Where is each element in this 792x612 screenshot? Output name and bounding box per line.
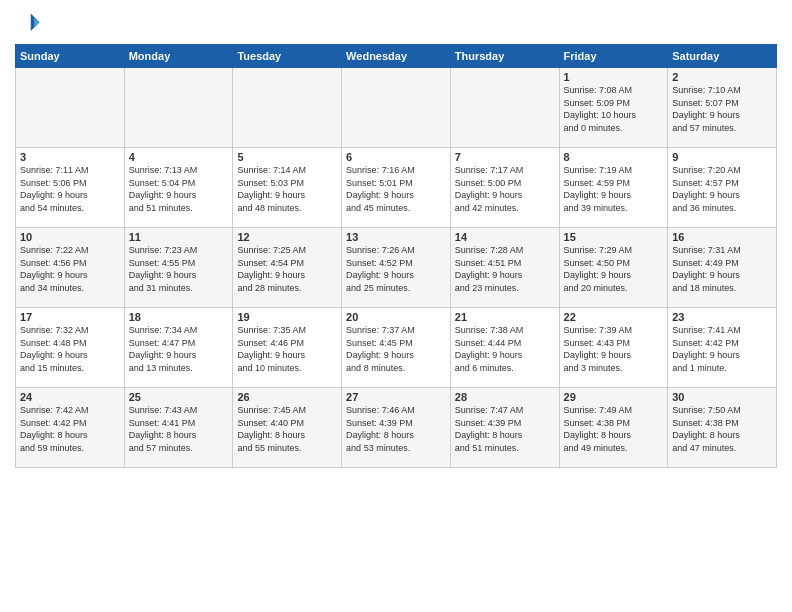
calendar-cell: 11Sunrise: 7:23 AM Sunset: 4:55 PM Dayli… [124,228,233,308]
calendar-cell: 10Sunrise: 7:22 AM Sunset: 4:56 PM Dayli… [16,228,125,308]
day-info: Sunrise: 7:29 AM Sunset: 4:50 PM Dayligh… [564,244,664,294]
day-info: Sunrise: 7:13 AM Sunset: 5:04 PM Dayligh… [129,164,229,214]
day-info: Sunrise: 7:43 AM Sunset: 4:41 PM Dayligh… [129,404,229,454]
calendar-cell: 19Sunrise: 7:35 AM Sunset: 4:46 PM Dayli… [233,308,342,388]
calendar-cell: 3Sunrise: 7:11 AM Sunset: 5:06 PM Daylig… [16,148,125,228]
day-info: Sunrise: 7:49 AM Sunset: 4:38 PM Dayligh… [564,404,664,454]
day-info: Sunrise: 7:08 AM Sunset: 5:09 PM Dayligh… [564,84,664,134]
day-number: 15 [564,231,664,243]
day-number: 4 [129,151,229,163]
week-row-3: 17Sunrise: 7:32 AM Sunset: 4:48 PM Dayli… [16,308,777,388]
day-info: Sunrise: 7:23 AM Sunset: 4:55 PM Dayligh… [129,244,229,294]
day-number: 29 [564,391,664,403]
week-row-4: 24Sunrise: 7:42 AM Sunset: 4:42 PM Dayli… [16,388,777,468]
day-number: 14 [455,231,555,243]
calendar-table: SundayMondayTuesdayWednesdayThursdayFrid… [15,44,777,468]
day-info: Sunrise: 7:31 AM Sunset: 4:49 PM Dayligh… [672,244,772,294]
weekday-header-tuesday: Tuesday [233,45,342,68]
day-number: 3 [20,151,120,163]
calendar-cell: 15Sunrise: 7:29 AM Sunset: 4:50 PM Dayli… [559,228,668,308]
weekday-header-monday: Monday [124,45,233,68]
calendar-cell: 25Sunrise: 7:43 AM Sunset: 4:41 PM Dayli… [124,388,233,468]
day-number: 7 [455,151,555,163]
day-info: Sunrise: 7:39 AM Sunset: 4:43 PM Dayligh… [564,324,664,374]
logo [15,10,47,38]
calendar-cell: 27Sunrise: 7:46 AM Sunset: 4:39 PM Dayli… [342,388,451,468]
calendar-cell [124,68,233,148]
calendar-cell: 14Sunrise: 7:28 AM Sunset: 4:51 PM Dayli… [450,228,559,308]
day-info: Sunrise: 7:37 AM Sunset: 4:45 PM Dayligh… [346,324,446,374]
weekday-header-saturday: Saturday [668,45,777,68]
day-info: Sunrise: 7:35 AM Sunset: 4:46 PM Dayligh… [237,324,337,374]
weekday-header-sunday: Sunday [16,45,125,68]
calendar-cell: 17Sunrise: 7:32 AM Sunset: 4:48 PM Dayli… [16,308,125,388]
day-number: 26 [237,391,337,403]
day-info: Sunrise: 7:22 AM Sunset: 4:56 PM Dayligh… [20,244,120,294]
day-number: 25 [129,391,229,403]
day-number: 17 [20,311,120,323]
day-number: 24 [20,391,120,403]
day-info: Sunrise: 7:47 AM Sunset: 4:39 PM Dayligh… [455,404,555,454]
weekday-header-wednesday: Wednesday [342,45,451,68]
day-info: Sunrise: 7:41 AM Sunset: 4:42 PM Dayligh… [672,324,772,374]
day-number: 18 [129,311,229,323]
day-number: 28 [455,391,555,403]
calendar-cell [342,68,451,148]
calendar-cell: 18Sunrise: 7:34 AM Sunset: 4:47 PM Dayli… [124,308,233,388]
week-row-2: 10Sunrise: 7:22 AM Sunset: 4:56 PM Dayli… [16,228,777,308]
day-info: Sunrise: 7:45 AM Sunset: 4:40 PM Dayligh… [237,404,337,454]
calendar-cell: 8Sunrise: 7:19 AM Sunset: 4:59 PM Daylig… [559,148,668,228]
header [15,10,777,38]
day-info: Sunrise: 7:32 AM Sunset: 4:48 PM Dayligh… [20,324,120,374]
day-info: Sunrise: 7:16 AM Sunset: 5:01 PM Dayligh… [346,164,446,214]
day-number: 1 [564,71,664,83]
day-number: 27 [346,391,446,403]
day-info: Sunrise: 7:25 AM Sunset: 4:54 PM Dayligh… [237,244,337,294]
calendar-cell: 5Sunrise: 7:14 AM Sunset: 5:03 PM Daylig… [233,148,342,228]
calendar-cell: 26Sunrise: 7:45 AM Sunset: 4:40 PM Dayli… [233,388,342,468]
calendar-cell: 24Sunrise: 7:42 AM Sunset: 4:42 PM Dayli… [16,388,125,468]
day-info: Sunrise: 7:26 AM Sunset: 4:52 PM Dayligh… [346,244,446,294]
calendar-cell: 29Sunrise: 7:49 AM Sunset: 4:38 PM Dayli… [559,388,668,468]
logo-icon [15,10,43,38]
calendar-cell: 6Sunrise: 7:16 AM Sunset: 5:01 PM Daylig… [342,148,451,228]
calendar-cell: 2Sunrise: 7:10 AM Sunset: 5:07 PM Daylig… [668,68,777,148]
day-info: Sunrise: 7:19 AM Sunset: 4:59 PM Dayligh… [564,164,664,214]
day-number: 16 [672,231,772,243]
weekday-header-thursday: Thursday [450,45,559,68]
day-number: 10 [20,231,120,243]
weekday-header-row: SundayMondayTuesdayWednesdayThursdayFrid… [16,45,777,68]
calendar-cell: 13Sunrise: 7:26 AM Sunset: 4:52 PM Dayli… [342,228,451,308]
day-number: 5 [237,151,337,163]
day-number: 6 [346,151,446,163]
calendar-cell: 28Sunrise: 7:47 AM Sunset: 4:39 PM Dayli… [450,388,559,468]
day-number: 2 [672,71,772,83]
calendar-cell: 21Sunrise: 7:38 AM Sunset: 4:44 PM Dayli… [450,308,559,388]
calendar-cell: 4Sunrise: 7:13 AM Sunset: 5:04 PM Daylig… [124,148,233,228]
day-number: 19 [237,311,337,323]
day-info: Sunrise: 7:11 AM Sunset: 5:06 PM Dayligh… [20,164,120,214]
day-number: 13 [346,231,446,243]
day-info: Sunrise: 7:38 AM Sunset: 4:44 PM Dayligh… [455,324,555,374]
calendar-cell: 12Sunrise: 7:25 AM Sunset: 4:54 PM Dayli… [233,228,342,308]
calendar-cell [16,68,125,148]
day-info: Sunrise: 7:50 AM Sunset: 4:38 PM Dayligh… [672,404,772,454]
calendar-cell: 1Sunrise: 7:08 AM Sunset: 5:09 PM Daylig… [559,68,668,148]
day-number: 23 [672,311,772,323]
calendar-cell [233,68,342,148]
calendar-cell: 23Sunrise: 7:41 AM Sunset: 4:42 PM Dayli… [668,308,777,388]
day-info: Sunrise: 7:10 AM Sunset: 5:07 PM Dayligh… [672,84,772,134]
weekday-header-friday: Friday [559,45,668,68]
day-number: 22 [564,311,664,323]
day-info: Sunrise: 7:20 AM Sunset: 4:57 PM Dayligh… [672,164,772,214]
day-info: Sunrise: 7:46 AM Sunset: 4:39 PM Dayligh… [346,404,446,454]
day-info: Sunrise: 7:34 AM Sunset: 4:47 PM Dayligh… [129,324,229,374]
day-number: 8 [564,151,664,163]
day-number: 21 [455,311,555,323]
calendar-cell [450,68,559,148]
day-info: Sunrise: 7:17 AM Sunset: 5:00 PM Dayligh… [455,164,555,214]
calendar-cell: 30Sunrise: 7:50 AM Sunset: 4:38 PM Dayli… [668,388,777,468]
calendar-cell: 9Sunrise: 7:20 AM Sunset: 4:57 PM Daylig… [668,148,777,228]
day-number: 11 [129,231,229,243]
day-number: 9 [672,151,772,163]
